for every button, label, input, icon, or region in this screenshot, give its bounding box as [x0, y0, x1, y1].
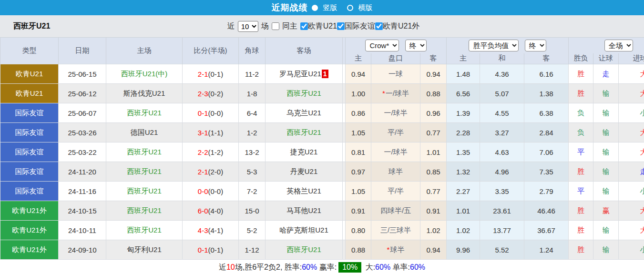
col-header-odds-home: 主	[346, 53, 371, 64]
match-date: 24-11-16	[59, 182, 106, 201]
mean-odds-home: 2.28	[447, 123, 480, 142]
mean-odds-draw: 23.61	[480, 201, 524, 221]
competition-checkbox[interactable]	[375, 22, 383, 30]
mean-odds-home: 1.32	[447, 162, 480, 182]
handicap-odds-home: 1.00	[346, 84, 371, 103]
recent-count-select[interactable]: 10	[238, 21, 258, 32]
handicap-rate-label: 赢率:	[319, 263, 337, 273]
col-header-score: 比分(半场)	[183, 38, 239, 64]
vertical-view-radio[interactable]	[312, 5, 318, 11]
single-rate-value: 60%	[410, 263, 425, 272]
away-team: 哈萨克斯坦U21	[266, 221, 343, 240]
home-team: 西班牙U21(中)	[106, 64, 183, 84]
corner-count: 13-2	[239, 142, 266, 162]
result-wdl: 胜	[569, 221, 593, 240]
match-date: 25-03-26	[59, 123, 106, 142]
competition-label: 欧青U21	[308, 22, 337, 30]
handicap-star: *	[382, 89, 385, 97]
match-type: 国际友谊	[0, 103, 59, 123]
single-rate-label: 单率:	[393, 263, 410, 273]
mean-odds-home: 1.02	[447, 221, 480, 240]
handicap-odds-away: 0.88	[420, 84, 447, 103]
team-name: 西班牙U21	[13, 21, 50, 31]
match-type: 国际友谊	[0, 182, 59, 201]
away-team: 西班牙U21	[266, 84, 343, 103]
result-wdl: 胜	[569, 84, 593, 103]
match-score: 2-3(0-2)	[183, 84, 239, 103]
home-team: 德国U21	[106, 123, 183, 142]
competition-filters: 欧青U21国际友谊欧青U21外	[300, 21, 420, 31]
away-team: 西班牙U21	[266, 240, 343, 260]
mean-odds-away: 6.38	[524, 103, 569, 123]
results-table-wrap: 类型 日期 主场 比分(半场) 角球 客场 Crow* 终 胜平负均值 终 全场…	[0, 37, 644, 260]
handicap-odds-home: 0.86	[346, 103, 371, 123]
competition-label: 欧青U21外	[383, 22, 419, 30]
odds-time-select-2[interactable]: 终	[525, 40, 546, 51]
home-team: 西班牙U21	[106, 201, 183, 221]
result-goals: 小	[619, 182, 644, 201]
big-rate-value: 60%	[375, 263, 390, 272]
table-row: 欧青U21外24-10-15西班牙U216-0(4-0)15-0马耳他U210.…	[0, 201, 644, 221]
home-team: 西班牙U21	[106, 182, 183, 201]
handicap-odds-away: 0.77	[420, 182, 447, 201]
mean-odds-draw: 4.55	[480, 103, 524, 123]
handicap-odds-home: 0.97	[346, 162, 371, 182]
corner-count: 5-2	[239, 221, 266, 240]
same-home-label: 同主	[282, 21, 297, 31]
horizontal-view-label[interactable]: 横版	[358, 3, 373, 12]
table-row: 欧青U2125-06-12斯洛伐克U212-3(0-2)1-8西班牙U211.0…	[0, 84, 644, 103]
handicap-odds-away: 0.94	[420, 240, 447, 260]
away-team: 马耳他U21	[266, 201, 343, 221]
odds-company-select[interactable]: Crow*	[365, 40, 399, 51]
home-team: 西班牙U21	[106, 103, 183, 123]
away-team: 乌克兰U21	[266, 103, 343, 123]
col-header-result-handicap: 让球	[593, 53, 619, 64]
col-header-away: 客场	[266, 38, 343, 64]
vertical-view-label[interactable]: 竖版	[323, 3, 337, 12]
handicap-odds-away: 0.85	[420, 162, 447, 182]
mean-odds-home: 2.27	[447, 182, 480, 201]
result-goals: 大	[619, 84, 644, 103]
handicap-odds-home: 1.05	[346, 182, 371, 201]
corner-count: 11-2	[239, 64, 266, 84]
handicap-odds-home: 0.81	[346, 142, 371, 162]
match-type: 欧青U21	[0, 64, 59, 84]
mean-odds-draw: 4.96	[480, 162, 524, 182]
competition-checkbox[interactable]	[337, 22, 345, 30]
away-team: 罗马尼亚U211	[266, 64, 343, 84]
odds-time-select-1[interactable]: 终	[405, 40, 427, 51]
match-type: 国际友谊	[0, 142, 59, 162]
result-goals: 走	[619, 162, 644, 182]
match-score: 0-1(0-0)	[183, 103, 239, 123]
handicap-line: 一/球半	[371, 142, 420, 162]
col-header-type: 类型	[0, 38, 59, 64]
corner-count: 1-12	[239, 240, 266, 260]
handicap-odds-away: 0.94	[420, 64, 447, 84]
match-score: 0-0(0-0)	[183, 182, 239, 201]
mean-odds-away: 2.79	[524, 182, 569, 201]
handicap-odds-away: 0.91	[420, 201, 447, 221]
match-type: 欧青U21外	[0, 201, 59, 221]
same-home-checkbox[interactable]	[272, 22, 279, 30]
mean-odds-controls: 胜平负均值 终	[447, 38, 569, 53]
summary-record: 场,胜6平2负2, 胜率:	[235, 263, 302, 273]
horizontal-view-radio[interactable]	[347, 5, 353, 11]
handicap-odds-home: 0.80	[346, 221, 371, 240]
mean-type-select[interactable]: 胜平负均值	[469, 40, 519, 51]
result-wdl: 平	[569, 142, 593, 162]
mean-odds-draw: 3.27	[480, 123, 524, 142]
match-date: 24-09-10	[59, 240, 106, 260]
competition-checkbox[interactable]	[300, 22, 308, 30]
col-header-mean-draw: 和	[480, 53, 524, 64]
table-row: 国际友谊24-11-20西班牙U212-1(2-0)5-3丹麦U210.97球半…	[0, 162, 644, 182]
handicap-star: *	[387, 245, 390, 254]
mean-odds-away: 1.24	[524, 240, 569, 260]
col-header-odds-away: 客	[420, 53, 447, 64]
scope-controls: 全场	[569, 38, 644, 53]
result-handicap: 输	[593, 240, 619, 260]
scope-select[interactable]: 全场	[604, 40, 633, 51]
match-date: 25-06-12	[59, 84, 106, 103]
results-body: 欧青U2125-06-15西班牙U21(中)2-1(0-1)11-2罗马尼亚U2…	[0, 64, 644, 260]
match-score: 6-0(4-0)	[183, 201, 239, 221]
matches-label: 场	[261, 21, 269, 31]
